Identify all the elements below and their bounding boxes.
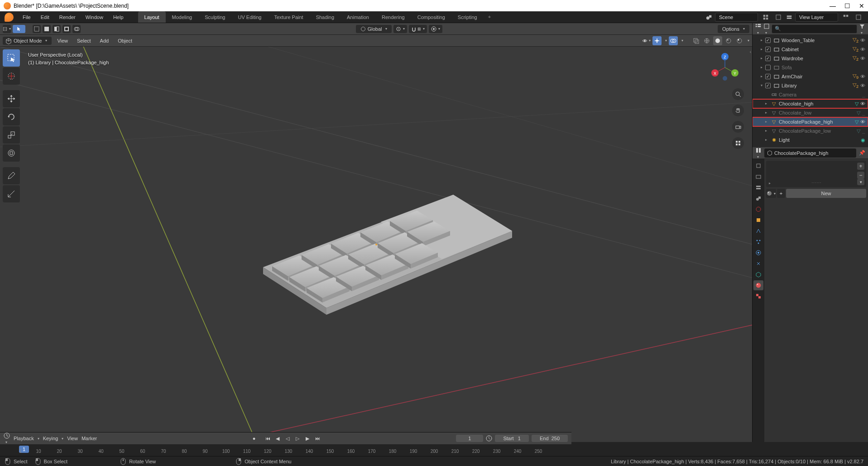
show-gizmo-icon[interactable] <box>652 36 662 45</box>
tab-constraints[interactable] <box>753 259 763 269</box>
marker-menu[interactable]: Marker <box>82 436 97 441</box>
remove-slot-button[interactable]: − <box>857 172 864 179</box>
jump-end-icon[interactable]: ⏭ <box>313 434 322 442</box>
tab-uv-editing[interactable]: UV Editing <box>231 11 268 23</box>
tab-modifiers[interactable] <box>753 226 763 236</box>
view-layer-selector[interactable]: View Layer <box>795 13 838 22</box>
outliner-search[interactable]: 🔍 <box>772 24 857 34</box>
outliner-item-chocolate-package-low[interactable]: ▸▽ChocolatePackage_low▽⎯ <box>753 126 868 135</box>
outliner-item-chocolate-high[interactable]: ▸▽Chocolate_high▽👁 <box>753 99 868 108</box>
enable-checkbox[interactable] <box>765 74 771 79</box>
tool-move[interactable] <box>3 90 20 107</box>
current-frame-input[interactable]: 1 <box>456 435 483 442</box>
shading-matprev-icon[interactable] <box>724 36 733 45</box>
end-frame-input[interactable]: End 250 <box>532 435 568 442</box>
menu-render[interactable]: Render <box>55 12 80 22</box>
navigation-gizmo[interactable]: X Y Z <box>709 51 741 84</box>
eye-closed-icon[interactable]: ⎯ <box>862 110 865 115</box>
view-layer-browse-icon[interactable] <box>841 13 851 22</box>
prev-keyframe-icon[interactable]: ◀ <box>273 434 282 442</box>
pan-icon[interactable] <box>732 105 744 116</box>
play-reverse-icon[interactable]: ◁ <box>283 434 292 442</box>
tool-measure[interactable] <box>3 185 20 202</box>
eye-closed-icon[interactable]: ⎯ <box>862 128 865 134</box>
keying-menu[interactable]: Keying▾ <box>43 436 64 441</box>
tab-sculpting[interactable]: Sculpting <box>198 11 231 23</box>
tab-scene[interactable] <box>753 193 763 203</box>
tab-shading[interactable]: Shading <box>310 11 340 23</box>
add-material-plus[interactable]: + <box>777 189 785 198</box>
tool-annotate[interactable] <box>3 167 20 184</box>
enable-checkbox[interactable] <box>765 38 771 43</box>
start-frame-input[interactable]: Start 1 <box>495 435 529 442</box>
menu-view[interactable]: View <box>53 37 72 45</box>
eye-closed-icon[interactable]: ⎯ <box>862 92 865 97</box>
scene-browse-icon[interactable] <box>761 13 771 22</box>
view-menu[interactable]: View <box>67 436 78 441</box>
window-minimize[interactable]: — <box>830 3 835 9</box>
eye-icon[interactable]: 👁 <box>860 56 865 61</box>
tool-cursor[interactable] <box>3 67 20 85</box>
menu-file[interactable]: File <box>18 12 35 22</box>
shading-rendered-icon[interactable] <box>735 36 744 45</box>
tab-particles[interactable] <box>753 237 763 247</box>
tab-world[interactable] <box>753 204 763 214</box>
next-keyframe-icon[interactable]: ▶ <box>303 434 312 442</box>
menu-object[interactable]: Object <box>114 37 136 45</box>
outliner-item-light[interactable]: ▸✺Light◉ <box>753 135 868 144</box>
outliner-item-wooden-table[interactable]: ▸Wooden_Table▽2👁 <box>753 36 868 45</box>
enable-checkbox[interactable] <box>765 47 771 52</box>
eye-icon[interactable]: 👁 <box>860 38 865 43</box>
outliner-editor-icon[interactable]: ▾ <box>755 23 762 35</box>
select-tool-indicator[interactable] <box>13 25 25 33</box>
auto-keying-icon[interactable]: ● <box>249 434 259 442</box>
tab-output[interactable] <box>753 172 763 182</box>
filter-icon[interactable]: ▾ <box>859 23 865 35</box>
tab-render[interactable] <box>753 161 763 171</box>
drag-handle[interactable]: ⋯⋯ <box>811 180 821 186</box>
sub-select-icon[interactable] <box>62 25 71 33</box>
menu-help[interactable]: Help <box>109 12 128 22</box>
perspective-toggle-icon[interactable] <box>732 137 744 149</box>
gizmo-chevron[interactable]: ▾ <box>665 38 667 43</box>
view-layer-new-icon[interactable] <box>854 13 863 22</box>
camera-view-icon[interactable] <box>732 121 744 133</box>
tab-physics[interactable] <box>753 248 763 258</box>
pivot-point[interactable]: ▾ <box>393 25 407 33</box>
outliner-item-sofa[interactable]: ▸Sofa <box>753 63 868 72</box>
play-icon[interactable]: ▷ <box>293 434 302 442</box>
options-menu[interactable]: Options▾ <box>718 25 749 33</box>
object-types-visibility-icon[interactable]: ▾ <box>642 36 651 45</box>
jump-start-icon[interactable]: ⏮ <box>263 434 272 442</box>
outliner-item-chocolate-low[interactable]: ▸▽Chocolate_low▽⎯ <box>753 108 868 117</box>
tool-scale[interactable] <box>3 126 20 144</box>
properties-breadcrumb[interactable]: ChocolatePackage_high <box>764 149 856 158</box>
invert-select-icon[interactable] <box>43 25 51 33</box>
3d-viewport[interactable]: User Perspective (Local) (1) Library | C… <box>0 47 752 442</box>
material-browse-icon[interactable]: ▾ <box>766 189 776 198</box>
tab-texture-paint[interactable]: Texture Paint <box>268 11 309 23</box>
select-all-icon[interactable] <box>33 25 41 33</box>
tab-modeling[interactable]: Modeling <box>166 11 199 23</box>
mode-selector[interactable]: Object Mode▾ <box>3 37 52 45</box>
window-maximize[interactable]: ☐ <box>844 3 850 9</box>
playback-menu[interactable]: Playback▾ <box>14 436 39 441</box>
outliner-item-library[interactable]: ▸Library▽2👁 <box>753 81 868 90</box>
tab-texture[interactable] <box>753 291 763 301</box>
enable-checkbox[interactable] <box>765 65 771 70</box>
toggle-select-icon[interactable] <box>53 25 61 33</box>
eye-icon[interactable]: 👁 <box>860 74 865 79</box>
zoom-icon[interactable] <box>732 88 744 100</box>
xray-icon[interactable] <box>691 36 700 45</box>
shading-wireframe-icon[interactable] <box>702 36 711 45</box>
scene-new-icon[interactable] <box>773 13 783 22</box>
tab-viewlayer[interactable] <box>753 183 763 192</box>
display-mode-icon[interactable]: ▾ <box>763 23 770 35</box>
tab-add[interactable]: + <box>484 11 495 23</box>
editor-type-icon[interactable]: ▾ <box>3 25 11 33</box>
outliner-item-armchair[interactable]: ▸ArmChair▽9👁 <box>753 72 868 81</box>
tab-animation[interactable]: Animation <box>340 11 375 23</box>
tab-mesh-data[interactable] <box>753 269 763 279</box>
n-panel-toggle[interactable]: ‹ <box>750 49 751 54</box>
properties-editor-icon[interactable]: ▾ <box>755 147 762 159</box>
